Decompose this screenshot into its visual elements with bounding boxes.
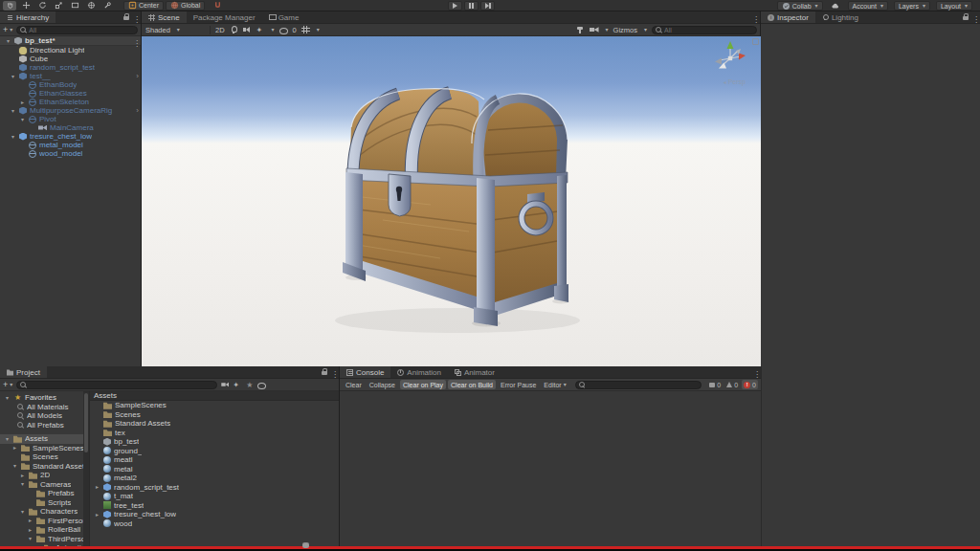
editor-button[interactable]: Editor	[541, 380, 568, 389]
label-icon[interactable]	[233, 381, 241, 389]
tab-project[interactable]: Project	[0, 366, 47, 378]
tab-scene[interactable]: Scene	[142, 11, 187, 23]
asset-item[interactable]: t_mat	[90, 492, 339, 501]
treasure-chest-model[interactable]	[142, 36, 761, 366]
favorites-header[interactable]: Favorites	[0, 393, 83, 403]
project-folder[interactable]: 2D	[0, 471, 83, 480]
tab-game[interactable]: Game	[262, 11, 306, 23]
asset-item[interactable]: meatl	[90, 455, 339, 465]
tab-hierarchy[interactable]: Hierarchy	[0, 11, 56, 23]
hierarchy-item[interactable]: EthanGlasses	[0, 89, 141, 98]
hierarchy-item[interactable]: wood_model	[0, 149, 141, 158]
expander-arrow[interactable]	[19, 99, 26, 105]
editor-tools-icon[interactable]	[576, 26, 585, 34]
layers-button[interactable]: Layers	[894, 1, 930, 11]
warning-count-toggle[interactable]: 0	[724, 380, 740, 389]
panel-menu-icon[interactable]	[753, 364, 758, 381]
expander-arrow[interactable]	[11, 463, 18, 469]
panel-menu-icon[interactable]	[331, 364, 336, 381]
project-search-input[interactable]	[29, 381, 213, 388]
pause-button[interactable]	[464, 1, 479, 11]
prefab-open-arrow[interactable]	[136, 73, 139, 80]
assets-path-bar[interactable]: Assets	[90, 391, 339, 401]
hierarchy-search[interactable]	[16, 26, 138, 34]
scene-search[interactable]	[652, 26, 757, 34]
scene-overlay-icon[interactable]	[752, 38, 759, 45]
hierarchy-item[interactable]: random_script_test	[0, 63, 141, 72]
asset-item[interactable]: Scenes	[90, 410, 339, 420]
lock-icon[interactable]	[963, 13, 969, 21]
scale-tool-button[interactable]	[52, 1, 65, 11]
shading-mode-dropdown[interactable]: Shaded	[145, 26, 205, 34]
cloud-button[interactable]	[829, 1, 842, 11]
asset-item[interactable]: tex	[90, 429, 339, 438]
tab-package-manager[interactable]: Package Manager	[187, 11, 262, 23]
project-folder[interactable]: Prefabs	[0, 489, 83, 498]
play-button[interactable]	[448, 1, 462, 11]
asset-item[interactable]: tree_test	[90, 501, 339, 511]
scene-viewport[interactable]: Persp	[142, 36, 761, 366]
console-search-input[interactable]	[588, 381, 699, 388]
project-folder[interactable]: Characters	[0, 507, 83, 517]
error-pause-button[interactable]: Error Pause	[498, 380, 539, 389]
expander-arrow[interactable]	[94, 484, 100, 490]
clear-button[interactable]: Clear	[343, 380, 365, 389]
asset-item[interactable]: SampleScenes	[90, 401, 339, 410]
collab-button[interactable]: Collab	[777, 1, 823, 11]
favorite-item[interactable]: All Prefabs	[0, 421, 83, 430]
project-folder[interactable]: Scripts	[0, 498, 83, 508]
collapse-button[interactable]: Collapse	[367, 380, 398, 389]
scene-lighting-icon[interactable]	[230, 26, 238, 34]
create-button[interactable]: +	[3, 25, 12, 34]
create-button[interactable]: +	[3, 380, 12, 389]
hierarchy-item[interactable]: MultipurposeCameraRig	[0, 106, 141, 115]
expander-arrow[interactable]	[19, 481, 26, 487]
projection-label[interactable]: Persp	[724, 78, 746, 85]
hidden-packages-icon[interactable]	[257, 381, 266, 389]
tab-animation[interactable]: Animation	[390, 366, 448, 378]
panel-menu-icon[interactable]	[972, 9, 977, 26]
hierarchy-item[interactable]: Cube	[0, 55, 141, 63]
rotate-tool-button[interactable]	[35, 1, 49, 11]
clear-on-play-button[interactable]: Clear on Play	[400, 380, 446, 389]
scene-header-row[interactable]: bp_test*	[0, 36, 141, 46]
panel-menu-icon[interactable]	[133, 9, 138, 26]
expander-arrow[interactable]	[19, 117, 26, 122]
hierarchy-item[interactable]: test__	[0, 72, 141, 80]
scene-audio-icon[interactable]	[243, 26, 252, 34]
expander-arrow[interactable]	[27, 527, 33, 533]
expander-arrow[interactable]	[19, 509, 26, 515]
scene-visibility-toggle[interactable]: 0	[279, 26, 297, 34]
rect-tool-button[interactable]	[68, 1, 81, 11]
hierarchy-item[interactable]: MainCamera	[0, 123, 141, 132]
asset-item[interactable]: tresure_chest_low	[90, 510, 339, 519]
step-button[interactable]	[480, 1, 495, 11]
gizmos-dropdown[interactable]: Gizmos	[613, 26, 647, 34]
video-progress-knob[interactable]	[302, 543, 309, 548]
project-folder[interactable]: SampleScenes	[0, 444, 83, 453]
clear-on-build-button[interactable]: Clear on Build	[448, 380, 496, 389]
asset-item[interactable]: metal2	[90, 474, 339, 483]
favorite-item[interactable]: All Models	[0, 411, 83, 421]
expander-arrow[interactable]	[4, 395, 11, 401]
log-count-toggle[interactable]: 0	[707, 380, 723, 389]
pivot-toggle-button[interactable]: Center	[123, 1, 164, 11]
asset-item[interactable]: Standard Assets	[90, 419, 339, 429]
snap-toggle-button[interactable]	[211, 1, 224, 11]
toggle-2d-button[interactable]: 2D	[215, 26, 225, 34]
tab-console[interactable]: Console	[340, 366, 390, 378]
account-button[interactable]: Account	[848, 1, 888, 11]
project-search[interactable]	[16, 381, 217, 389]
expander-arrow[interactable]	[10, 74, 16, 79]
console-search[interactable]	[575, 381, 702, 389]
hierarchy-item[interactable]: EthanSkeleton	[0, 98, 141, 106]
project-folder[interactable]: Standard Assets	[0, 462, 83, 472]
project-folder[interactable]: FirstPersonCh	[0, 517, 83, 526]
favorite-item[interactable]: All Materials	[0, 403, 83, 412]
asset-item[interactable]: wood	[90, 519, 339, 529]
project-folder[interactable]: Cameras	[0, 480, 83, 490]
layout-button[interactable]: Layout	[936, 1, 972, 11]
scene-search-input[interactable]	[664, 26, 753, 33]
project-folder[interactable]: Assets	[0, 434, 83, 444]
lock-icon[interactable]	[322, 368, 327, 376]
